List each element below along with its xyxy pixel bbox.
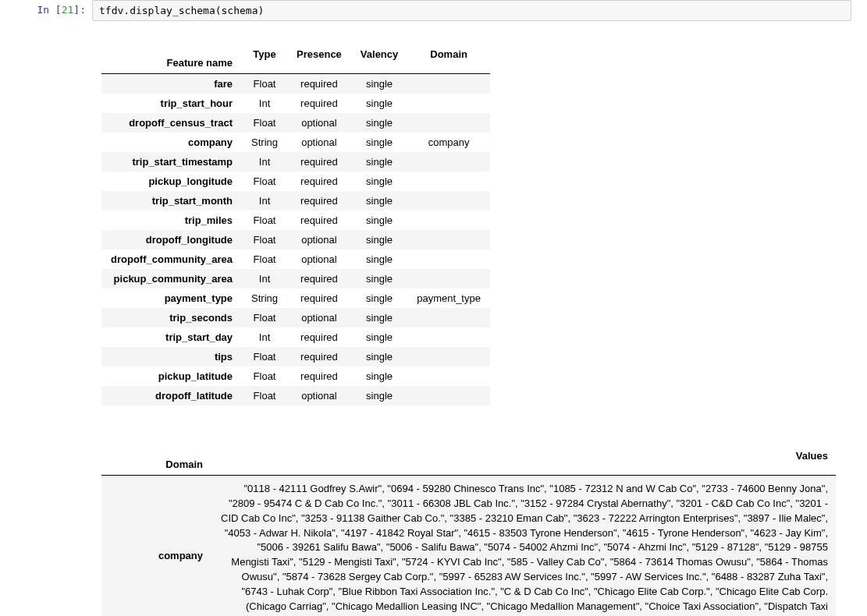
feature-type: Int [242, 269, 287, 289]
table-row: trip_start_dayIntrequiredsingle [101, 327, 490, 347]
table-row: pickup_latitudeFloatrequiredsingle [101, 366, 490, 386]
domain-name: company [101, 476, 211, 617]
feature-presence: optional [287, 250, 351, 269]
feature-valency: single [351, 347, 407, 366]
feature-presence: required [287, 172, 351, 191]
feature-valency: single [351, 366, 407, 386]
feature-domain [407, 347, 490, 366]
feature-domain [407, 172, 490, 191]
feature-domain: payment_type [407, 289, 490, 308]
feature-valency: single [351, 152, 407, 172]
feature-type: Int [242, 191, 287, 211]
table-row: payment_typeStringrequiredsinglepayment_… [101, 289, 490, 308]
feature-type: Float [242, 172, 287, 191]
header-presence: Presence [287, 35, 351, 74]
table-row: tipsFloatrequiredsingle [101, 347, 490, 366]
feature-name: trip_start_timestamp [101, 152, 242, 172]
feature-name: trip_start_day [101, 327, 242, 347]
feature-presence: optional [287, 113, 351, 133]
header-domain: Domain [407, 35, 490, 74]
feature-name: trip_start_month [101, 191, 242, 211]
feature-valency: single [351, 230, 407, 250]
feature-domain [407, 191, 490, 211]
feature-valency: single [351, 133, 407, 152]
header-valency: Valency [351, 35, 407, 74]
table-row: fareFloatrequiredsingle [101, 74, 490, 94]
feature-presence: required [287, 327, 351, 347]
feature-valency: single [351, 250, 407, 269]
feature-name: fare [101, 74, 242, 94]
feature-name: pickup_longitude [101, 172, 242, 191]
feature-valency: single [351, 191, 407, 211]
table-row: trip_milesFloatrequiredsingle [101, 211, 490, 230]
table-row: companyStringoptionalsinglecompany [101, 133, 490, 152]
table-row: dropoff_community_areaFloatoptionalsingl… [101, 250, 490, 269]
feature-type: String [242, 289, 287, 308]
feature-domain [407, 152, 490, 172]
feature-domain [407, 230, 490, 250]
feature-type: String [242, 133, 287, 152]
feature-valency: single [351, 74, 407, 94]
code-input[interactable]: tfdv.display_schema(schema) [92, 0, 851, 21]
header-type: Type [242, 35, 287, 74]
feature-presence: required [287, 191, 351, 211]
feature-presence: required [287, 74, 351, 94]
feature-presence: required [287, 211, 351, 230]
feature-name: pickup_latitude [101, 366, 242, 386]
cell-prompt: In [21]: [16, 0, 92, 21]
header-feature-name: Feature name [101, 35, 242, 74]
feature-name: company [101, 133, 242, 152]
feature-name: pickup_community_area [101, 269, 242, 289]
code-text: tfdv.display_schema(schema) [99, 5, 264, 16]
feature-valency: single [351, 211, 407, 230]
table-row: trip_start_monthIntrequiredsingle [101, 191, 490, 211]
feature-type: Float [242, 230, 287, 250]
feature-type: Int [242, 152, 287, 172]
feature-type: Float [242, 211, 287, 230]
feature-valency: single [351, 386, 407, 405]
feature-domain: company [407, 133, 490, 152]
feature-valency: single [351, 289, 407, 308]
feature-valency: single [351, 308, 407, 327]
feature-type: Float [242, 386, 287, 405]
table-row: dropoff_latitudeFloatoptionalsingle [101, 386, 490, 405]
feature-presence: optional [287, 386, 351, 405]
feature-presence: required [287, 269, 351, 289]
feature-domain [407, 308, 490, 327]
schema-table: Feature name Type Presence Valency Domai… [101, 35, 490, 405]
feature-domain [407, 113, 490, 133]
feature-presence: required [287, 347, 351, 366]
feature-name: dropoff_latitude [101, 386, 242, 405]
table-row: pickup_community_areaIntrequiredsingle [101, 269, 490, 289]
feature-valency: single [351, 327, 407, 347]
notebook: In [21]: tfdv.display_schema(schema) Fea… [0, 0, 867, 616]
feature-name: payment_type [101, 289, 242, 308]
feature-name: dropoff_census_tract [101, 113, 242, 133]
table-row: dropoff_longitudeFloatoptionalsingle [101, 230, 490, 250]
prompt-number: 21 [62, 4, 74, 16]
feature-name: tips [101, 347, 242, 366]
feature-domain [407, 250, 490, 269]
header-values: Values [211, 437, 836, 476]
feature-domain [407, 366, 490, 386]
feature-presence: optional [287, 308, 351, 327]
feature-type: Float [242, 308, 287, 327]
feature-valency: single [351, 269, 407, 289]
feature-valency: single [351, 172, 407, 191]
feature-name: trip_miles [101, 211, 242, 230]
domain-values: "0118 - 42111 Godfrey S.Awir", "0694 - 5… [211, 476, 836, 617]
table-row: pickup_longitudeFloatrequiredsingle [101, 172, 490, 191]
table-row: company"0118 - 42111 Godfrey S.Awir", "0… [101, 476, 836, 617]
feature-domain [407, 327, 490, 347]
feature-presence: required [287, 289, 351, 308]
feature-presence: optional [287, 230, 351, 250]
feature-type: Float [242, 250, 287, 269]
output-area: Feature name Type Presence Valency Domai… [16, 35, 851, 616]
table-row: dropoff_census_tractFloatoptionalsingle [101, 113, 490, 133]
prompt-in-label: In [37, 4, 49, 16]
feature-domain [407, 386, 490, 405]
table-row: trip_start_hourIntrequiredsingle [101, 94, 490, 113]
feature-presence: optional [287, 133, 351, 152]
feature-domain [407, 74, 490, 94]
feature-type: Float [242, 366, 287, 386]
